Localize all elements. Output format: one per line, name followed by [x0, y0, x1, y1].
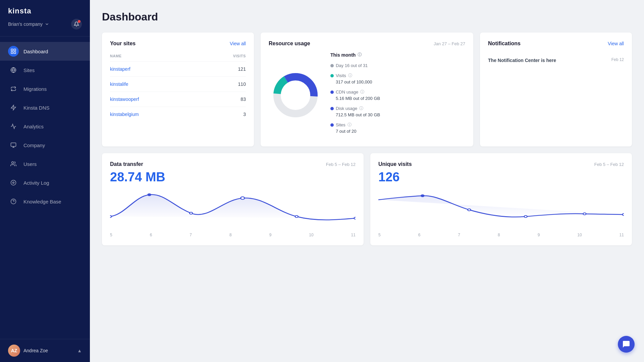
sites-table: NAME VISITS kinstaperf 121 kinstalife 11…: [110, 52, 246, 122]
sidebar-item-analytics[interactable]: Analytics: [0, 117, 90, 136]
data-transfer-value: 28.74 MB: [110, 170, 356, 184]
visits-value: 317 out of 100,000: [330, 79, 465, 84]
nav-icon-knowledge-base: [8, 196, 19, 207]
your-sites-card: Your sites View all NAME VISITS kinstape…: [102, 33, 254, 146]
table-row: kinstaperf 121: [110, 62, 246, 77]
cdn-dot: [330, 90, 334, 94]
svg-point-28: [623, 214, 624, 216]
main-content: Dashboard Your sites View all NAME VISIT…: [90, 0, 644, 362]
unique-visits-chart: [378, 190, 624, 230]
site-visits: 3: [204, 107, 246, 122]
svg-rect-1: [14, 49, 16, 51]
chat-button[interactable]: [618, 336, 635, 353]
svg-point-21: [295, 216, 298, 218]
sidebar-logo: kinsta: [8, 7, 82, 15]
x-axis-label: 9: [269, 233, 272, 237]
table-row: kinstabelgium 3: [110, 107, 246, 122]
svg-point-19: [240, 197, 245, 199]
sites-info-icon[interactable]: ⓘ: [347, 122, 352, 128]
stat-day: Day 16 out of 31: [330, 63, 465, 68]
sidebar-header: kinsta Brian's company: [0, 0, 90, 37]
your-sites-view-all[interactable]: View all: [230, 41, 246, 46]
x-axis-label: 10: [577, 233, 582, 237]
bottom-cards-grid: Data transfer Feb 5 – Feb 12 28.74 MB: [102, 153, 632, 245]
disk-value: 712.5 MB out of 30 GB: [330, 112, 465, 117]
site-link[interactable]: kinstawooperf: [110, 97, 139, 102]
resource-usage-body: This month ⓘ Day 16 out of 31 Visits: [269, 52, 465, 138]
sidebar-item-company[interactable]: Company: [0, 136, 90, 155]
sidebar-item-dashboard[interactable]: Dashboard: [0, 42, 90, 61]
disk-info-icon[interactable]: ⓘ: [359, 106, 363, 111]
stat-visits: Visits ⓘ 317 out of 100,000: [330, 73, 465, 84]
nav-label-users: Users: [23, 161, 37, 167]
nav-icon-activity-log: [8, 177, 19, 188]
svg-point-10: [12, 162, 14, 164]
notification-date: Feb 12: [611, 57, 624, 62]
x-axis-label: 11: [620, 233, 624, 237]
svg-point-22: [110, 216, 111, 218]
table-row: kinstawooperf 83: [110, 92, 246, 107]
nav-label-analytics: Analytics: [23, 124, 44, 129]
your-sites-header: Your sites View all: [110, 41, 246, 47]
data-transfer-chart: [110, 190, 356, 230]
sidebar-item-kinsta-dns[interactable]: Kinsta DNS: [0, 98, 90, 117]
x-axis-label: 8: [498, 233, 500, 237]
x-axis-label: 6: [418, 233, 421, 237]
sidebar-item-users[interactable]: Users: [0, 155, 90, 173]
x-axis-label: 9: [538, 233, 540, 237]
day-dot: [330, 64, 334, 67]
sidebar-company-row: Brian's company: [8, 19, 82, 29]
resource-usage-date: Jan 27 – Feb 27: [434, 41, 465, 46]
svg-rect-0: [11, 49, 13, 51]
notifications-header: Notifications View all: [488, 41, 624, 47]
site-visits: 83: [204, 92, 246, 107]
notifications-card: Notifications View all The Notification …: [480, 33, 632, 146]
unique-visits-x-labels: 567891011: [378, 230, 624, 237]
svg-point-26: [524, 216, 527, 218]
notification-text: The Notification Center is here: [488, 57, 556, 64]
company-selector[interactable]: Brian's company: [8, 21, 49, 27]
nav-label-sites: Sites: [23, 67, 35, 73]
data-transfer-date: Feb 5 – Feb 12: [326, 162, 356, 167]
resource-usage-card: Resource usage Jan 27 – Feb 27: [261, 33, 473, 146]
chat-icon: [622, 340, 630, 348]
notifications-bell[interactable]: [71, 19, 82, 29]
user-profile[interactable]: AZ Andrea Zoe: [8, 345, 48, 357]
unique-visits-chart-svg: [378, 190, 624, 230]
visits-dot: [330, 74, 334, 77]
nav-label-dashboard: Dashboard: [23, 49, 48, 54]
sidebar-footer: AZ Andrea Zoe ▲: [0, 339, 90, 362]
nav-label-kinsta-dns: Kinsta DNS: [23, 105, 50, 111]
notifications-view-all[interactable]: View all: [608, 41, 624, 46]
your-sites-title: Your sites: [110, 41, 136, 47]
site-link[interactable]: kinstalife: [110, 81, 128, 87]
x-axis-label: 7: [458, 233, 460, 237]
stat-disk: Disk usage ⓘ 712.5 MB out of 30 GB: [330, 106, 465, 117]
sites-col-name: NAME: [110, 52, 204, 62]
site-visits: 121: [204, 62, 246, 77]
company-name-label: Brian's company: [8, 21, 43, 27]
visits-info-icon[interactable]: ⓘ: [348, 73, 352, 78]
svg-rect-7: [11, 143, 16, 146]
top-cards-grid: Your sites View all NAME VISITS kinstape…: [102, 33, 632, 146]
sidebar-item-sites[interactable]: Sites: [0, 61, 90, 79]
x-axis-label: 11: [351, 233, 356, 237]
sidebar-item-activity-log[interactable]: Activity Log: [0, 173, 90, 192]
x-axis-label: 5: [110, 233, 112, 237]
table-row: kinstalife 110: [110, 77, 246, 92]
donut-chart: [269, 68, 322, 122]
chevron-up-icon[interactable]: ▲: [77, 348, 82, 353]
sidebar-item-migrations[interactable]: Migrations: [0, 79, 90, 98]
nav-icon-company: [8, 140, 19, 150]
sites-value: 7 out of 20: [330, 129, 465, 134]
site-visits: 110: [204, 77, 246, 92]
svg-point-12: [13, 182, 14, 184]
nav-icon-dashboard: [8, 46, 19, 57]
stat-sites: Sites ⓘ 7 out of 20: [330, 122, 465, 134]
site-link[interactable]: kinstabelgium: [110, 112, 139, 117]
sidebar-item-knowledge-base[interactable]: Knowledge Base: [0, 192, 90, 211]
site-link[interactable]: kinstaperf: [110, 66, 130, 72]
sites-col-visits: VISITS: [204, 52, 246, 62]
this-month-info-icon[interactable]: ⓘ: [358, 52, 362, 58]
cdn-info-icon[interactable]: ⓘ: [360, 89, 364, 95]
